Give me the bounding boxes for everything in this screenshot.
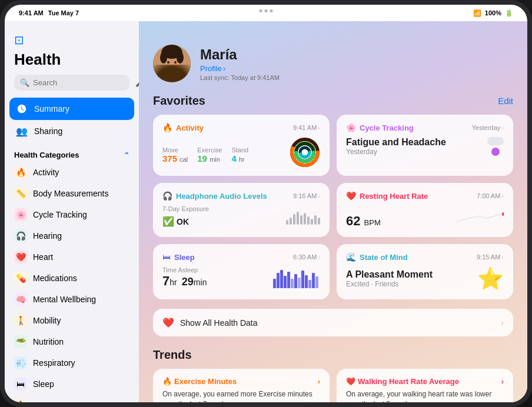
sidebar-item-respiratory[interactable]: 💨 Respiratory <box>5 352 139 373</box>
headphone-title: Headphone Audio Levels <box>176 192 267 201</box>
sidebar-item-summary[interactable]: Summary <box>9 98 134 120</box>
trends-section: Trends 🔥 Exercise Minutes › On average, … <box>139 348 527 402</box>
exercise-value: 19 min <box>197 154 222 164</box>
activity-card-icon: 🔥 <box>162 123 172 132</box>
profile-sync: Last sync: Today at 9:41AM <box>200 74 280 81</box>
star-icon: ⭐ <box>477 266 504 291</box>
categories-chevron-icon[interactable]: ⌃ <box>124 151 129 159</box>
sidebar-item-heart[interactable]: ❤️ Heart <box>5 246 139 268</box>
cycle-icon: 🌸 <box>14 208 27 221</box>
cycle-card-title: Cycle Tracking <box>360 124 414 132</box>
symptoms-icon: 🚶 <box>14 399 27 402</box>
heart-value: 62 BPM <box>346 213 381 229</box>
svg-rect-24 <box>301 271 304 288</box>
cycle-label: Cycle Tracking <box>33 210 87 219</box>
status-right: 📶 100% 🔋 <box>473 9 513 17</box>
sidebar-item-sleep[interactable]: 🛏 Sleep <box>5 373 139 395</box>
svg-rect-21 <box>291 279 294 288</box>
status-left: 9:41 AM Tue May 7 <box>19 9 79 16</box>
headphone-card[interactable]: 🎧 Headphone Audio Levels 9:16 AM › 7-Day… <box>153 183 330 237</box>
sleep-label: Time Asleep <box>162 266 207 273</box>
ok-badge: ✅ OK <box>162 216 209 227</box>
sidebar: ⊡ Health 🔍 🎤 Summary 👥 S <box>5 21 139 402</box>
main-content: María Profile › Last sync: Today at 9:41… <box>139 21 527 402</box>
cycle-toggle[interactable] <box>487 137 504 145</box>
sidebar-item-activity[interactable]: 🔥 Activity <box>5 162 139 183</box>
sidebar-item-medications[interactable]: 💊 Medications <box>5 268 139 289</box>
favorites-header: Favorites Edit <box>139 94 527 115</box>
sidebar-item-hearing[interactable]: 🎧 Hearing <box>5 225 139 246</box>
profile-link[interactable]: Profile › <box>200 64 280 73</box>
sidebar-item-nutrition[interactable]: 🥗 Nutrition <box>5 331 139 352</box>
sidebar-item-mobility[interactable]: 🚶 Mobility <box>5 310 139 331</box>
mobility-label: Mobility <box>33 316 61 325</box>
svg-rect-19 <box>284 276 287 288</box>
svg-rect-25 <box>305 275 308 288</box>
cycle-time: Yesterday › <box>472 124 504 131</box>
state-icon: 🌊 <box>346 252 356 262</box>
nutrition-icon: 🥗 <box>14 335 27 348</box>
sharing-label: Sharing <box>34 126 62 136</box>
activity-rings <box>290 137 320 168</box>
exercise-trend-icon: 🔥 <box>162 377 172 386</box>
device-frame: 9:41 AM Tue May 7 📶 100% 🔋 ⊡ Health 🔍 <box>0 0 532 407</box>
sidebar-item-cycle[interactable]: 🌸 Cycle Tracking <box>5 204 139 225</box>
move-metric: Move 375 cal <box>162 146 188 164</box>
exercise-trend-title: 🔥 Exercise Minutes › <box>162 377 320 386</box>
exercise-label: Exercise <box>197 146 222 154</box>
battery-display: 100% <box>485 9 501 16</box>
activity-card-title: Activity <box>176 124 204 132</box>
state-title: State of Mind <box>360 253 408 262</box>
cycle-sub: Yesterday <box>346 148 446 156</box>
mental-label: Mental Wellbeing <box>33 295 96 304</box>
heart-rate-icon: ❤️ <box>346 191 356 201</box>
summary-icon <box>15 102 28 115</box>
exercise-trend-card[interactable]: 🔥 Exercise Minutes › On average, you ear… <box>153 369 330 402</box>
sleep-time: 6:30 AM › <box>293 253 320 261</box>
body-label: Body Measurements <box>33 189 108 198</box>
sleep-icon: 🛏 <box>14 378 27 391</box>
show-all-row[interactable]: ❤️ Show All Health Data › <box>153 309 513 336</box>
search-input[interactable] <box>33 78 132 87</box>
activity-icon: 🔥 <box>14 166 27 179</box>
cycle-dot <box>491 148 500 156</box>
stand-value: 4 hr <box>231 154 248 164</box>
show-all-text: Show All Health Data <box>180 318 495 328</box>
activity-time: 9:41 AM › <box>293 124 320 131</box>
respiratory-icon: 💨 <box>14 356 27 369</box>
three-dots <box>260 9 273 12</box>
headphone-time: 9:16 AM › <box>293 192 320 199</box>
headphone-exposure-label: 7-Day Exposure <box>162 205 209 212</box>
wifi-icon: 📶 <box>473 9 481 17</box>
activity-card[interactable]: 🔥 Activity 9:41 AM › Move <box>153 115 330 176</box>
sidebar-title: Health <box>14 51 129 69</box>
time-display: 9:41 AM <box>19 9 44 16</box>
categories-title: Health Categories <box>14 151 79 159</box>
svg-point-5 <box>177 52 184 64</box>
sidebar-search[interactable]: 🔍 🎤 <box>14 75 129 91</box>
sidebar-toggle-button[interactable]: ⊡ <box>14 33 24 47</box>
heart-icon: ❤️ <box>14 251 27 263</box>
sidebar-item-sharing[interactable]: 👥 Sharing <box>9 120 134 142</box>
heart-mini-chart <box>457 205 504 229</box>
favorites-title: Favorites <box>153 94 205 108</box>
sleep-card-icon: 🛏 <box>162 252 171 262</box>
sidebar-item-mental[interactable]: 🧠 Mental Wellbeing <box>5 289 139 310</box>
edit-button[interactable]: Edit <box>498 96 513 106</box>
svg-point-4 <box>160 52 167 64</box>
cycle-tracking-card[interactable]: 🌸 Cycle Tracking Yesterday › Fatigue and… <box>337 115 513 176</box>
main-layout: ⊡ Health 🔍 🎤 Summary 👥 S <box>5 21 527 402</box>
walking-heart-trend-card[interactable]: ❤️ Walking Heart Rate Average › On avera… <box>337 369 513 402</box>
headphone-chart <box>286 208 320 225</box>
headphone-icon: 🎧 <box>162 191 172 201</box>
battery-icon: 🔋 <box>505 9 513 17</box>
sleep-card[interactable]: 🛏 Sleep 6:30 AM › Time Asleep 7hr <box>153 244 330 299</box>
sharing-icon: 👥 <box>15 125 28 138</box>
symptoms-label: Symptoms <box>33 401 72 402</box>
sidebar-item-symptoms[interactable]: 🚶 Symptoms <box>5 395 139 402</box>
sidebar-item-body[interactable]: 📏 Body Measurements <box>5 183 139 204</box>
status-bar: 9:41 AM Tue May 7 📶 100% 🔋 <box>5 5 527 21</box>
state-of-mind-card[interactable]: 🌊 State of Mind 9:15 AM › A Pleasant Mom… <box>337 244 513 299</box>
resting-heart-card[interactable]: ❤️ Resting Heart Rate 7:00 AM › 62 BP <box>337 183 513 237</box>
respiratory-label: Respiratory <box>33 358 75 368</box>
